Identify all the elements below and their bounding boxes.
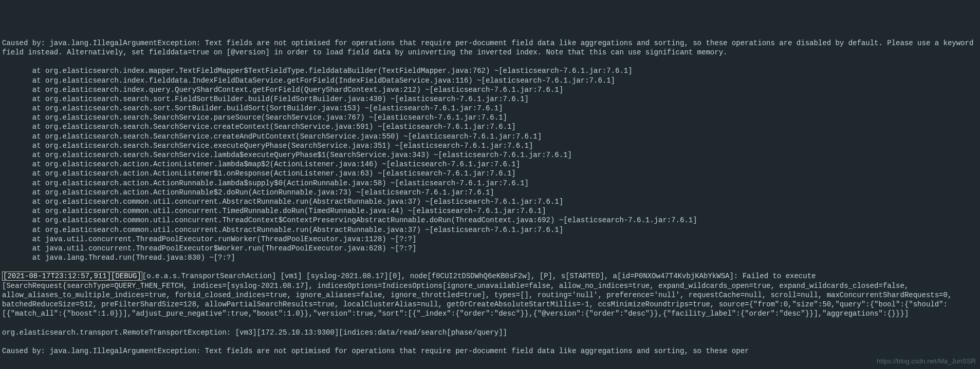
stack-trace-line: at org.elasticsearch.action.ActionRunnab… (2, 179, 978, 188)
stack-trace-line: at org.elasticsearch.search.SearchServic… (2, 122, 978, 131)
stack-trace-line: at org.elasticsearch.index.mapper.TextFi… (2, 66, 978, 75)
debug-line: [2021-08-17T23:12:57,911][DEBUG][o.e.a.s… (2, 271, 978, 318)
stack-trace-line: at org.elasticsearch.common.util.concurr… (2, 197, 978, 206)
stack-trace-line: at org.elasticsearch.action.ActionListen… (2, 169, 978, 178)
stack-trace-line: at org.elasticsearch.search.sort.FieldSo… (2, 94, 978, 104)
stack-trace-line: at org.elasticsearch.search.SearchServic… (2, 132, 978, 141)
stack-trace-line: at org.elasticsearch.common.util.concurr… (2, 225, 978, 235)
stack-trace-line: at org.elasticsearch.search.sort.SortBui… (2, 104, 978, 113)
caused-by-line: Caused by: java.lang.IllegalArgumentExce… (2, 38, 978, 57)
stack-trace-line: at java.util.concurrent.ThreadPoolExecut… (2, 244, 978, 253)
stack-trace-line: at org.elasticsearch.search.SearchServic… (2, 113, 978, 122)
stack-trace-line: at org.elasticsearch.common.util.concurr… (2, 216, 978, 225)
stack-trace-line: at java.util.concurrent.ThreadPoolExecut… (2, 235, 978, 244)
timestamp-level-highlight: [2021-08-17T23:12:57,911][DEBUG] (2, 271, 142, 281)
debug-message: [o.e.a.s.TransportSearchAction] [vm1] [s… (2, 272, 956, 318)
stack-trace-line: at org.elasticsearch.search.SearchServic… (2, 150, 978, 160)
stack-trace-line: at org.elasticsearch.index.fielddata.Ind… (2, 76, 978, 85)
stack-trace-line: at org.elasticsearch.action.ActionListen… (2, 160, 978, 169)
stack-trace-line: at org.elasticsearch.search.SearchServic… (2, 141, 978, 150)
stack-trace-line: at org.elasticsearch.index.query.QuerySh… (2, 85, 978, 94)
stack-trace-line: at org.elasticsearch.common.util.concurr… (2, 206, 978, 216)
stack-trace: at org.elasticsearch.index.mapper.TextFi… (2, 66, 978, 262)
stack-trace-line: at org.elasticsearch.action.ActionRunnab… (2, 188, 978, 197)
stack-trace-line: at java.lang.Thread.run(Thread.java:830)… (2, 253, 978, 262)
remote-exception-line: org.elasticsearch.transport.RemoteTransp… (2, 328, 978, 337)
caused-by-line-2: Caused by: java.lang.IllegalArgumentExce… (2, 346, 978, 356)
watermark: https://blog.csdn.net/Ma_JunSSR (877, 357, 976, 366)
